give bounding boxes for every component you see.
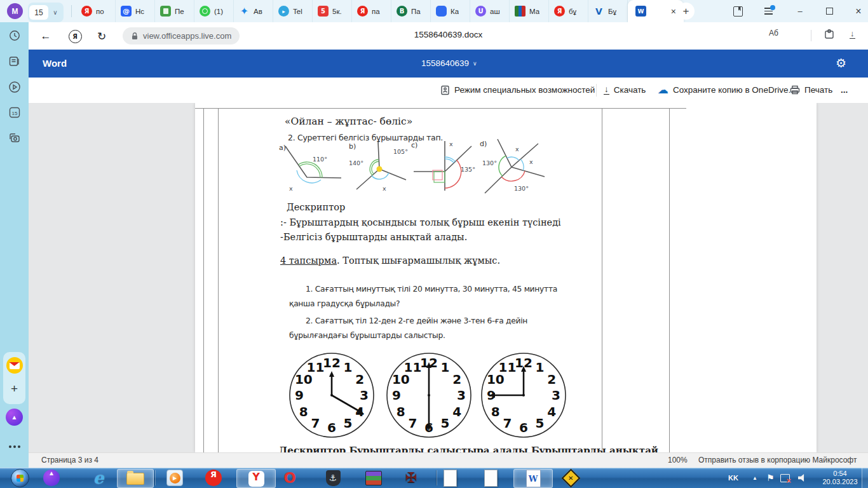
browser-tab[interactable]: ВПа	[391, 0, 431, 22]
taskbar-opera[interactable]: O	[279, 469, 301, 487]
video-button[interactable]	[0, 81, 29, 93]
close-window-button[interactable]: ×	[850, 0, 867, 22]
minimize-button[interactable]: –	[792, 0, 808, 22]
question-2: 2. Сағаттық тіл 12-ден 2-ге дейін және 3…	[289, 314, 561, 343]
taskbar-document-2[interactable]	[480, 469, 501, 487]
svg-text:x: x	[383, 185, 386, 192]
taskbar-yandex-browser[interactable]: Я	[203, 469, 224, 487]
notifications-menu-button[interactable]	[760, 0, 776, 22]
tab-title: па	[372, 8, 380, 15]
svg-text:5: 5	[536, 416, 545, 431]
taskbar-ms-word[interactable]: W	[513, 469, 553, 488]
svg-text:d): d)	[480, 140, 487, 148]
bookmarks-panel-button[interactable]	[729, 0, 746, 22]
language-indicator[interactable]: KK	[728, 468, 738, 488]
history-button[interactable]	[0, 30, 29, 41]
chevron-down-icon[interactable]: ∨	[48, 9, 62, 16]
taskbar-clock[interactable]: 0:54 20.03.2023	[817, 468, 863, 488]
browser-tab[interactable]: 55к.	[313, 0, 352, 22]
action-center-flag-icon[interactable]: ⚑	[766, 468, 775, 488]
network-icon[interactable]	[780, 468, 790, 488]
svg-text:130°: 130°	[482, 159, 497, 166]
table-border	[203, 108, 204, 452]
taskbar-yandex-start[interactable]: Y	[236, 469, 276, 488]
browser-tab[interactable]: ✦Ав	[234, 0, 273, 22]
onedrive-cloud-icon: ☁	[658, 83, 668, 97]
extension-glyph-icon	[824, 29, 835, 39]
clock-face-12-4: 121234567891011	[287, 351, 376, 440]
tab-title: Бұ	[608, 8, 616, 15]
doc-heading: «Ойлан – жұптас- бөліс»	[285, 116, 412, 127]
yandex-home-button[interactable]: Я	[67, 28, 83, 44]
browser-tab[interactable]: VБұ	[588, 0, 628, 22]
back-button[interactable]: ←	[37, 28, 54, 44]
taskbar-world-of-warships[interactable]: ⚓	[322, 469, 344, 487]
screenshot-button[interactable]	[0, 132, 29, 144]
browser-tab[interactable]: ▸Tel	[273, 0, 313, 22]
feed-button[interactable]	[0, 55, 29, 67]
taskbar-internet-explorer[interactable]: e	[88, 469, 109, 487]
translate-icon[interactable]: Aб	[769, 29, 778, 37]
feedback-link[interactable]: Отправить отзыв в корпорацию Майкрософт	[698, 456, 857, 464]
document-name-menu[interactable]: 1558640639 ∨	[421, 58, 477, 68]
browser-tab[interactable]: Ябұ	[549, 0, 588, 22]
document-viewport[interactable]: «Ойлан – жұптас- бөліс» 2. Суреттегі бел…	[29, 103, 868, 452]
network-glyph-icon	[780, 474, 790, 482]
save-onedrive-button[interactable]: ☁ Сохраните копию в OneDrive.	[658, 78, 790, 102]
new-tab-button[interactable]: +	[677, 3, 695, 20]
downloads-icon[interactable]: ↓	[850, 29, 855, 38]
taskbar-document-1[interactable]	[439, 469, 461, 487]
zoom-level[interactable]: 100%	[668, 456, 688, 464]
taskbar-file-explorer[interactable]	[117, 469, 154, 488]
more-options-button[interactable]: ...	[841, 78, 848, 102]
show-desktop-button[interactable]	[862, 468, 868, 488]
refresh-button[interactable]: ↻	[93, 28, 110, 44]
browser-tab[interactable]: Пе	[155, 0, 194, 22]
tabs-count-icon: 15	[8, 106, 21, 119]
yandex-mail-button[interactable]	[0, 357, 29, 374]
tray-expand-icon[interactable]: ▲	[752, 468, 757, 488]
url-field[interactable]: view.officeapps.live.com	[123, 27, 240, 44]
taskbar-yandex-alice[interactable]: ▲	[41, 469, 62, 487]
tab-title: Нс	[135, 8, 144, 15]
chevron-down-icon: ∨	[473, 60, 477, 67]
svg-text:x: x	[515, 146, 519, 152]
taskbar-game-launcher[interactable]: ✠	[401, 469, 421, 487]
accessibility-mode-button[interactable]: Режим специальных возможностей	[440, 78, 595, 102]
download-button[interactable]: ↓ Скачать	[604, 78, 646, 102]
app-name: Word	[43, 58, 67, 69]
tab-title: Ав	[254, 8, 262, 15]
browser-tab[interactable]: Япа	[352, 0, 391, 22]
sidebar-more-button[interactable]	[0, 445, 29, 448]
browser-tab[interactable]: (1)	[194, 0, 234, 22]
print-button[interactable]: Печать	[790, 78, 832, 102]
svg-text:11: 11	[307, 360, 325, 375]
browser-tab[interactable]: @Нс	[116, 0, 155, 22]
browser-sidebar: 15 + ▲	[0, 22, 29, 468]
tab-close-button[interactable]: ×	[671, 7, 676, 16]
browser-tab[interactable]: Ка	[431, 0, 470, 22]
browser-tab-active[interactable]: W×	[628, 0, 684, 22]
tab-title: по	[96, 8, 104, 15]
yandex-red-favicon-icon: Я	[357, 6, 368, 17]
volume-icon[interactable]	[798, 468, 806, 488]
taskbar-hazard-app[interactable]: ✕	[556, 469, 585, 487]
clock-face-12-6: 121234567891011	[384, 351, 473, 440]
browser-tab[interactable]: Япо	[76, 0, 116, 22]
extensions-icon[interactable]	[824, 29, 835, 41]
browser-tab[interactable]: Uаш	[470, 0, 510, 22]
profile-avatar[interactable]: M	[7, 3, 23, 19]
settings-gear-button[interactable]: ⚙	[836, 56, 846, 71]
taskbar-winrar[interactable]	[361, 469, 386, 487]
yandex-red-favicon-icon: Я	[554, 6, 565, 17]
svg-text:c): c)	[411, 141, 417, 149]
browser-tab[interactable]: Ма	[510, 0, 549, 22]
restore-button[interactable]	[821, 0, 837, 22]
opera-icon: O	[283, 470, 296, 486]
taskbar-windows-media-player[interactable]: ▶	[164, 469, 186, 487]
alice-button[interactable]: ▲	[0, 409, 29, 426]
add-panel-button[interactable]: +	[0, 382, 29, 396]
taskbar-start-button[interactable]	[8, 469, 31, 487]
tab-counter[interactable]: 15 ∨	[28, 3, 64, 22]
tabs-panel-button[interactable]: 15	[0, 106, 29, 119]
